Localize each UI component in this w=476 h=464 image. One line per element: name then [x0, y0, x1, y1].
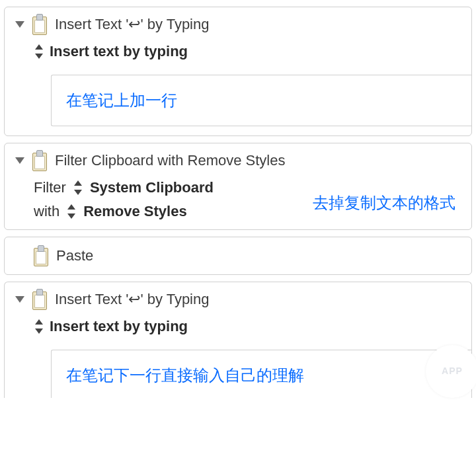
with-label: with [34, 203, 60, 220]
text-input-value: 在笔记上加一行 [66, 91, 177, 109]
sub-action-label: Insert text by typing [50, 43, 188, 60]
clipboard-icon [32, 245, 50, 266]
filter-source-value[interactable]: System Clipboard [90, 179, 214, 196]
text-input-field[interactable]: 在笔记下一行直接输入自己的理解 [51, 350, 471, 398]
stepper-icon[interactable] [34, 319, 44, 334]
sub-action-label: Insert text by typing [50, 318, 188, 335]
action-filter-clipboard[interactable]: Filter Clipboard with Remove Styles Filt… [4, 143, 472, 230]
annotation-text: 去掉复制文本的格式 [313, 192, 456, 213]
action-title: Paste [56, 247, 93, 264]
disclosure-triangle-icon[interactable] [15, 157, 24, 164]
text-input-field[interactable]: 在笔记上加一行 [51, 75, 471, 126]
clipboard-icon [31, 14, 48, 35]
filter-with-value[interactable]: Remove Styles [83, 203, 187, 220]
clipboard-icon [31, 150, 48, 171]
action-header[interactable]: Filter Clipboard with Remove Styles [5, 149, 471, 175]
action-title: Filter Clipboard with Remove Styles [55, 152, 285, 169]
action-insert-text-2[interactable]: Insert Text '↩' by Typing Insert text by… [4, 282, 472, 398]
watermark-badge: APP [426, 345, 476, 398]
stepper-icon[interactable] [73, 180, 83, 195]
action-header[interactable]: Paste [5, 241, 471, 270]
filter-config: Filter System Clipboard with Remove Styl… [5, 175, 471, 220]
stepper-icon[interactable] [66, 204, 77, 219]
clipboard-icon [31, 289, 48, 310]
sub-action-row[interactable]: Insert text by typing [5, 39, 471, 64]
text-input-value: 在笔记下一行直接输入自己的理解 [66, 366, 304, 384]
filter-label: Filter [34, 179, 66, 196]
action-insert-text-1[interactable]: Insert Text '↩' by Typing Insert text by… [4, 7, 472, 136]
disclosure-triangle-icon[interactable] [15, 296, 24, 303]
action-paste[interactable]: Paste [4, 237, 472, 275]
sub-action-row[interactable]: Insert text by typing [5, 314, 471, 339]
watermark-text: APP [442, 366, 463, 376]
stepper-icon[interactable] [34, 44, 44, 59]
action-title: Insert Text '↩' by Typing [55, 291, 209, 308]
disclosure-triangle-icon[interactable] [15, 21, 24, 28]
action-title: Insert Text '↩' by Typing [55, 16, 209, 33]
action-header[interactable]: Insert Text '↩' by Typing [5, 288, 471, 314]
action-header[interactable]: Insert Text '↩' by Typing [5, 13, 471, 39]
